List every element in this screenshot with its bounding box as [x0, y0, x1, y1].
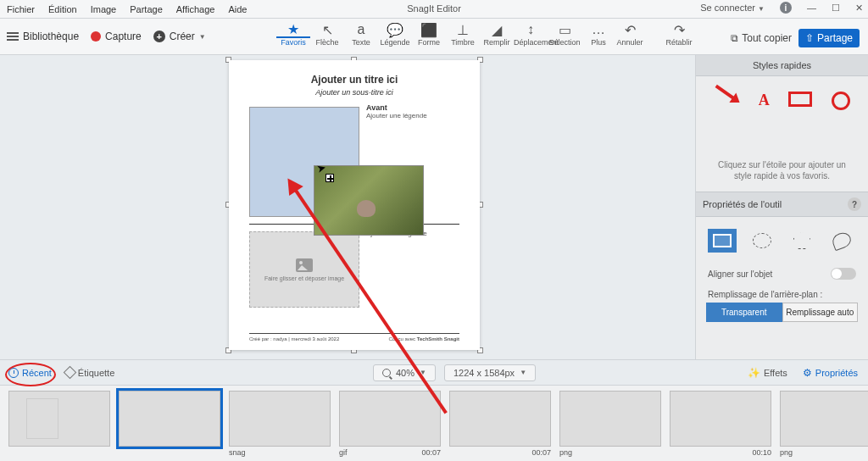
menu-file[interactable]: Fichier	[7, 4, 35, 14]
text-icon: a	[344, 21, 378, 38]
library-button[interactable]: Bibliothèque	[7, 31, 79, 42]
style-text[interactable]: A	[759, 92, 770, 110]
star-icon: ★	[276, 21, 310, 38]
tool-fill[interactable]: ◢Remplir	[480, 21, 514, 47]
align-toggle[interactable]	[831, 268, 856, 280]
gear-icon: ⚙	[803, 367, 812, 379]
tool-favorites[interactable]: ★Favoris	[276, 21, 310, 47]
info-icon[interactable]: i	[780, 2, 792, 14]
tab-tag[interactable]: Étiquette	[65, 368, 114, 378]
annotation-circle	[5, 363, 56, 386]
tray-thumb[interactable]: snag	[229, 391, 331, 457]
tool-callout[interactable]: 💬Légende	[378, 21, 412, 47]
doc-footer: Créé par : nadya | mercredi 3 août 2022 …	[249, 333, 459, 342]
style-rect[interactable]	[788, 92, 812, 107]
align-label: Aligner sur l'objet	[708, 269, 772, 279]
caption-field[interactable]: Ajouter une légende	[366, 112, 427, 119]
tool-props-header: Propriétés de l'outil	[703, 199, 782, 209]
redo-icon: ↷	[659, 21, 698, 38]
fill-icon: ◢	[480, 21, 514, 38]
selshape-rect[interactable]	[708, 229, 737, 253]
arrow-icon: ↖	[310, 21, 344, 38]
right-panel: Styles rapides A Cliquez sur l'étoile po…	[695, 55, 868, 359]
tray-thumb[interactable]: gif00:07	[339, 391, 441, 457]
selection-icon: ▭	[548, 21, 581, 38]
style-arrow[interactable]	[715, 85, 738, 102]
menu-edit[interactable]: Édition	[48, 4, 77, 14]
signin-link[interactable]: Se connecter ▼	[700, 3, 765, 13]
tray-thumb[interactable]: png	[559, 391, 661, 457]
maximize-button[interactable]: ☐	[832, 3, 840, 14]
zoom-control[interactable]: 40%▼	[373, 364, 436, 381]
selshape-lasso[interactable]	[827, 229, 856, 253]
tool-arrow[interactable]: ↖Flèche	[310, 21, 344, 47]
caption-field[interactable]: Ajouter une légende	[366, 230, 427, 308]
effects-link[interactable]: ✨Effets	[748, 367, 787, 379]
capture-button[interactable]: Capture	[91, 31, 142, 42]
tool-selection[interactable]: ▭Sélection	[548, 21, 581, 47]
help-icon[interactable]: ?	[848, 197, 861, 211]
close-button[interactable]: ✕	[855, 3, 863, 14]
section-label[interactable]: Avant	[366, 103, 427, 112]
undo-button[interactable]: ↶Annuler	[610, 21, 649, 47]
image-drop-slot[interactable]: Faire glisser et déposer image	[249, 231, 359, 308]
create-button[interactable]: +Créer▼	[153, 31, 206, 42]
menu-help[interactable]: Aide	[228, 4, 247, 14]
hamburger-icon	[7, 32, 19, 41]
style-circle[interactable]	[832, 92, 850, 110]
copy-all-button[interactable]: ⧉Tout copier	[731, 32, 792, 44]
tray-thumb[interactable]	[8, 391, 110, 448]
tool-strip: ★Favoris ↖Flèche aTexte 💬Légende ⬛Forme …	[276, 21, 615, 47]
bg-fill-segmented[interactable]: Transparent Remplissage auto	[706, 303, 858, 322]
tray-thumb[interactable]	[119, 391, 220, 448]
shape-icon: ⬛	[412, 21, 446, 38]
quick-styles-row: A	[696, 76, 868, 125]
quick-styles-header: Styles rapides	[696, 55, 868, 76]
tray-thumb[interactable]: 00:10	[670, 391, 771, 457]
editor-viewport[interactable]: Ajouter un titre ici Ajouter un sous-tit…	[0, 55, 695, 359]
dimensions-display[interactable]: 1224 x 1584px▼	[444, 364, 536, 381]
doc-title[interactable]: Ajouter un titre ici	[249, 74, 459, 86]
selshape-ellipse[interactable]	[748, 229, 776, 253]
plus-icon: +	[153, 31, 165, 42]
seg-autofill[interactable]: Remplissage auto	[782, 303, 859, 322]
stamp-icon: ⊥	[446, 21, 480, 38]
selshape-polygon[interactable]	[787, 229, 816, 253]
status-bar: Récent Étiquette 40%▼ 1224 x 1584px▼ ✨Ef…	[0, 359, 868, 385]
menu-image[interactable]: Image	[91, 4, 117, 14]
redo-button[interactable]: ↷Rétablir	[659, 21, 698, 47]
tray-thumb[interactable]: png	[780, 391, 868, 457]
wand-icon: ✨	[748, 367, 760, 379]
tool-shape[interactable]: ⬛Forme	[412, 21, 446, 47]
minimize-button[interactable]: —	[807, 3, 816, 13]
move-icon: ↕	[514, 21, 548, 38]
menu-view[interactable]: Affichage	[176, 4, 215, 14]
quick-styles-hint: Cliquez sur l'étoile pour ajouter un sty…	[696, 159, 868, 181]
share-button[interactable]: ⇧Partage	[798, 29, 860, 47]
copy-icon: ⧉	[731, 32, 738, 44]
doc-subtitle[interactable]: Ajouter un sous-titre ici	[249, 88, 459, 97]
image-placeholder-icon	[296, 258, 313, 272]
search-icon	[382, 369, 391, 377]
record-icon	[91, 31, 101, 42]
seg-transparent[interactable]: Transparent	[706, 303, 782, 322]
tag-icon	[64, 366, 77, 380]
bg-fill-label: Remplissage de l'arrière-plan :	[696, 283, 868, 303]
tool-move[interactable]: ↕Déplacement	[514, 21, 548, 47]
drop-copy-icon	[326, 174, 334, 182]
tool-text[interactable]: aTexte	[344, 21, 378, 47]
menu-share[interactable]: Partage	[130, 4, 163, 14]
tray-thumb[interactable]: 00:07	[449, 391, 551, 457]
upload-icon: ⇧	[805, 32, 814, 44]
properties-link[interactable]: ⚙Propriétés	[803, 367, 858, 379]
undo-icon: ↶	[610, 21, 649, 38]
callout-icon: 💬	[378, 21, 412, 38]
tool-stamp[interactable]: ⊥Timbre	[446, 21, 480, 47]
